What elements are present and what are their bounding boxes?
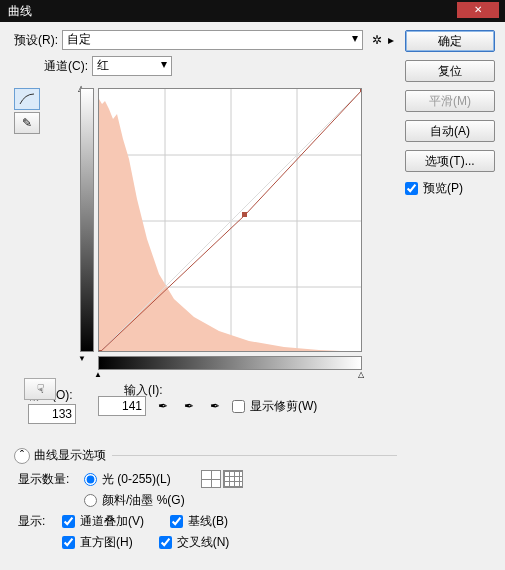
histogram-checkbox[interactable]: 直方图(H): [62, 534, 133, 551]
curve-tool-button[interactable]: [14, 88, 40, 110]
pencil-tool-button[interactable]: ✎: [14, 112, 40, 134]
black-eyedropper-icon[interactable]: ✒: [154, 397, 172, 415]
ok-button[interactable]: 确定: [405, 30, 495, 52]
channel-label: 通道(C):: [44, 58, 88, 75]
collapse-icon[interactable]: ˆ: [14, 448, 30, 464]
preset-select[interactable]: 自定▾: [62, 30, 363, 50]
input-gradient: [98, 356, 362, 370]
baseline-checkbox[interactable]: 基线(B): [170, 513, 228, 530]
show-amount-label: 显示数量:: [18, 471, 78, 488]
grid-quarter-icon[interactable]: [201, 470, 221, 488]
input-slider-black[interactable]: ▲: [94, 370, 102, 379]
preview-checkbox[interactable]: 预览(P): [405, 180, 497, 197]
gear-icon[interactable]: ✲: [369, 32, 385, 48]
show-label: 显示:: [18, 513, 56, 530]
channel-overlay-checkbox[interactable]: 通道叠加(V): [62, 513, 144, 530]
input-input[interactable]: [98, 396, 146, 416]
options-button[interactable]: 选项(T)...: [405, 150, 495, 172]
display-options-title: 曲线显示选项: [34, 447, 106, 464]
output-gradient: [80, 88, 94, 352]
pigment-radio[interactable]: 颜料/油墨 %(G): [84, 492, 185, 509]
grid-tenth-icon[interactable]: [223, 470, 243, 488]
output-input[interactable]: [28, 404, 76, 424]
curve-point-shadow[interactable]: [99, 350, 102, 352]
light-radio[interactable]: 光 (0-255)(L): [84, 471, 171, 488]
input-slider-white[interactable]: △: [358, 370, 364, 379]
show-clipping-checkbox[interactable]: 显示修剪(W): [232, 398, 317, 415]
intersection-checkbox[interactable]: 交叉线(N): [159, 534, 230, 551]
curve-point-highlight[interactable]: [360, 89, 362, 92]
curve-point-mid[interactable]: [242, 212, 247, 217]
gray-eyedropper-icon[interactable]: ✒: [180, 397, 198, 415]
channel-select[interactable]: 红▾: [92, 56, 172, 76]
target-adjust-button[interactable]: ☟: [24, 378, 56, 400]
title-bar: 曲线 ✕: [0, 0, 505, 22]
output-slider-black[interactable]: ▼: [78, 354, 86, 363]
white-eyedropper-icon[interactable]: ✒: [206, 397, 224, 415]
close-icon[interactable]: ✕: [457, 2, 499, 18]
preset-label: 预设(R):: [14, 32, 58, 49]
auto-button[interactable]: 自动(A): [405, 120, 495, 142]
preset-menu-icon[interactable]: ▸: [385, 33, 397, 47]
reset-button[interactable]: 复位: [405, 60, 495, 82]
window-title: 曲线: [8, 4, 32, 18]
smooth-button: 平滑(M): [405, 90, 495, 112]
curves-graph[interactable]: [98, 88, 362, 352]
